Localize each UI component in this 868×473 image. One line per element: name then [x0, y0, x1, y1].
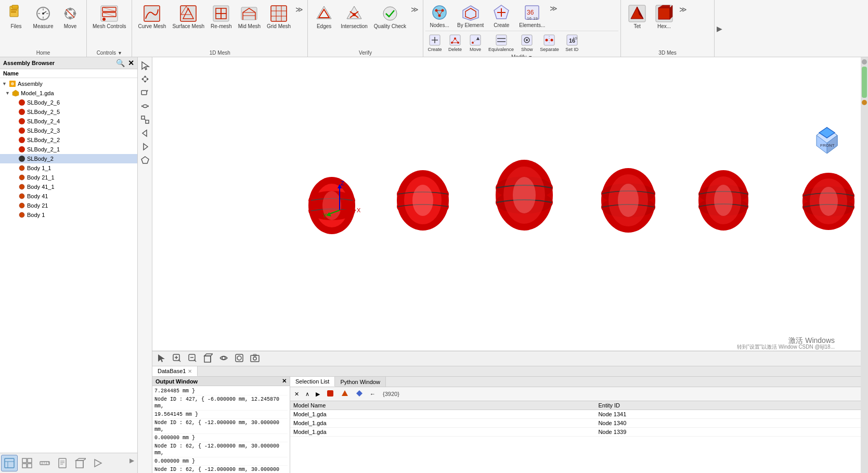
- tree-slbody22[interactable]: ▶ SLBody_2_2: [0, 135, 137, 145]
- selection-list-tab[interactable]: Selection List: [290, 377, 335, 387]
- sel-back-icon[interactable]: ←: [368, 390, 378, 398]
- database1-tab[interactable]: DataBase1 ✕: [152, 366, 198, 376]
- tree-slbody25[interactable]: ▶ SLBody_2_5: [0, 107, 137, 117]
- verify-chevron[interactable]: ≫: [410, 4, 420, 15]
- sel-blue-icon[interactable]: [353, 388, 366, 400]
- mid-mesh-button[interactable]: Mid Mesh: [236, 2, 263, 31]
- view-select-icon[interactable]: [154, 352, 168, 365]
- by-element-button[interactable]: By Element: [455, 1, 486, 30]
- python-window-tab[interactable]: Python Window: [335, 377, 385, 387]
- view-eye-icon[interactable]: [217, 352, 230, 365]
- vtool-rotate[interactable]: [139, 100, 151, 112]
- sel-up-icon[interactable]: ∧: [303, 390, 312, 399]
- sidebar-tool-grid[interactable]: [19, 455, 35, 471]
- re-mesh-button[interactable]: Re-mesh: [208, 2, 235, 31]
- database1-tab-close[interactable]: ✕: [188, 368, 192, 374]
- elements-button[interactable]: 36 16 19 Elements...: [516, 1, 548, 30]
- controls-dropdown[interactable]: ▼: [118, 50, 122, 56]
- svg-point-105: [19, 184, 24, 189]
- sidebar-tool-play[interactable]: [89, 455, 106, 471]
- table-row[interactable]: Model_1.gda Node 1341: [290, 410, 861, 419]
- svg-rect-138: [141, 116, 145, 119]
- vtool-select[interactable]: [139, 59, 151, 72]
- node-separate-button[interactable]: Separate: [538, 32, 561, 53]
- surface-mesh-button[interactable]: Surface Mesh: [170, 2, 207, 31]
- move-button[interactable]: Move: [57, 2, 83, 31]
- slbody25-label: SLBody_2_5: [27, 109, 60, 115]
- quality-check-button[interactable]: Quality Check: [371, 2, 409, 31]
- mesh-controls-button[interactable]: Mesh Controls: [90, 2, 128, 31]
- nodes-button[interactable]: Nodes...: [425, 1, 454, 30]
- view-zoom-in-icon[interactable]: [170, 352, 184, 365]
- right-scrollbar[interactable]: [861, 57, 868, 473]
- tet-button[interactable]: Tet: [624, 2, 650, 31]
- tree-slbody2[interactable]: ▶ SLBody_2: [0, 154, 137, 163]
- sel-orange-icon[interactable]: [339, 388, 351, 400]
- grid-mesh-button[interactable]: Grid Mesh: [264, 2, 293, 31]
- sel-play-icon[interactable]: ▶: [314, 390, 322, 399]
- sidebar-tool-page[interactable]: [54, 455, 71, 471]
- tree-slbody26[interactable]: ▶ SLBody_2_6: [0, 98, 137, 107]
- svg-marker-192: [158, 354, 165, 362]
- vtool-zoom[interactable]: [139, 86, 151, 99]
- sidebar-tool-browser[interactable]: [1, 455, 18, 471]
- tree-body1[interactable]: ▶ Body 1: [0, 210, 137, 220]
- assembly-toggle[interactable]: ▼: [2, 81, 7, 86]
- node-move-button[interactable]: Move: [466, 32, 485, 53]
- output-close-icon[interactable]: ✕: [282, 378, 287, 385]
- tree-slbody24[interactable]: ▶ SLBody_2_4: [0, 117, 137, 126]
- node-show-button[interactable]: Show: [517, 32, 536, 53]
- node-delete-button[interactable]: Delete: [446, 32, 464, 53]
- table-row[interactable]: Model_1.gda Node 1339: [290, 428, 861, 437]
- tree-body21[interactable]: ▶ Body 21: [0, 201, 137, 210]
- svg-text:X: X: [357, 207, 360, 213]
- curve-mesh-button[interactable]: Curve Mesh: [135, 2, 169, 31]
- modify-chevron[interactable]: ≫: [549, 3, 559, 14]
- tree-model1[interactable]: ▼ Model_1.gda: [0, 88, 137, 98]
- measure-button[interactable]: Measure: [30, 2, 56, 31]
- 3d-viewport[interactable]: Z Y X: [152, 57, 861, 351]
- vtool-pan[interactable]: [139, 73, 151, 85]
- tree-assembly[interactable]: ▼ Assembly: [0, 79, 137, 88]
- sel-close-icon[interactable]: ✕: [292, 390, 301, 399]
- toolbar-expand[interactable]: ▶: [715, 0, 724, 57]
- files-button[interactable]: Files: [3, 2, 29, 31]
- vtool-left[interactable]: [139, 127, 151, 139]
- slbody21-label: SLBody_2_1: [27, 146, 60, 152]
- sidebar-expand[interactable]: ▶: [127, 455, 136, 471]
- sel-red-icon[interactable]: [324, 388, 336, 400]
- verify-items: Edges Intersection: [311, 2, 420, 49]
- tree-body211[interactable]: ▶ Body 21_1: [0, 173, 137, 182]
- 3dmesh-chevron[interactable]: ≫: [678, 4, 688, 15]
- ab-search-icon[interactable]: 🔍: [116, 59, 125, 67]
- output-line-2b: 0.000000 mm }: [154, 434, 288, 442]
- view-render-icon[interactable]: [232, 352, 246, 365]
- sidebar-tool-box[interactable]: [72, 455, 88, 471]
- tree-slbody21[interactable]: ▶ SLBody_2_1: [0, 145, 137, 154]
- tree-body41[interactable]: ▶ Body 41: [0, 191, 137, 201]
- tree-body11[interactable]: ▶ Body 1_1: [0, 163, 137, 173]
- node-create-button[interactable]: Create: [425, 32, 444, 53]
- tree-slbody23[interactable]: ▶ SLBody_2_3: [0, 126, 137, 135]
- node-equivalence-button[interactable]: Equivalence: [486, 32, 516, 53]
- hex-button[interactable]: Hex...: [651, 2, 677, 31]
- intersection-button[interactable]: Intersection: [338, 2, 370, 31]
- view-cube[interactable]: FRONT: [809, 117, 845, 155]
- create-button[interactable]: Create: [487, 1, 515, 30]
- view-box-icon[interactable]: [201, 352, 215, 365]
- 1dmesh-chevron[interactable]: ≫: [294, 4, 304, 15]
- vtool-perspective[interactable]: [139, 154, 151, 167]
- vtool-fit[interactable]: [139, 113, 151, 126]
- ab-close-icon[interactable]: ✕: [128, 59, 134, 67]
- model1-toggle[interactable]: ▼: [5, 91, 10, 96]
- view-zoom-out-icon[interactable]: [186, 352, 199, 365]
- edges-button[interactable]: Edges: [311, 2, 337, 31]
- svg-point-168: [714, 185, 733, 216]
- output-line-1b: 19.564145 mm }: [154, 411, 288, 419]
- vtool-right[interactable]: [139, 140, 151, 153]
- table-row[interactable]: Model_1.gda Node 1340: [290, 419, 861, 428]
- view-screenshot-icon[interactable]: [248, 352, 262, 365]
- tree-body411[interactable]: ▶ Body 41_1: [0, 182, 137, 191]
- node-setid-button[interactable]: 16 19 Set ID: [563, 32, 581, 53]
- sidebar-tool-ruler[interactable]: [36, 455, 53, 471]
